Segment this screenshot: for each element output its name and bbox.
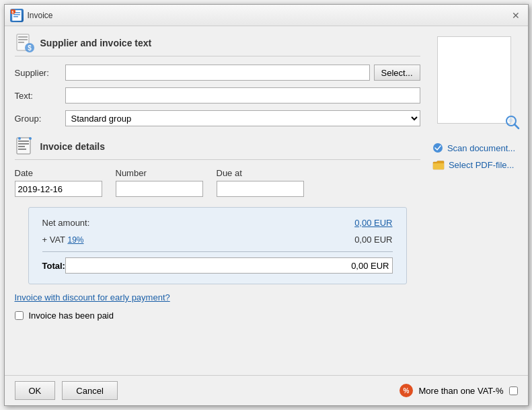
svg-text:$: $ [11, 9, 13, 13]
group-row: Group: Standard group [15, 110, 420, 126]
vat-percent-link[interactable]: 19% [67, 235, 83, 245]
footer: OK Cancel % More than one VAT-% [5, 375, 528, 405]
section1-title: Supplier and invoice text [40, 38, 152, 48]
date-col: Date [15, 168, 102, 197]
svg-text:%: % [403, 387, 409, 395]
total-input[interactable] [65, 257, 393, 274]
svg-rect-3 [13, 16, 18, 17]
svg-point-18 [29, 137, 32, 140]
right-panel: Scan document... Select PDF-file... [430, 33, 518, 368]
magnify-icon[interactable] [505, 115, 520, 130]
svg-point-22 [433, 143, 443, 153]
number-col: Number [116, 168, 203, 197]
svg-rect-9 [18, 42, 24, 43]
net-amount-row: Net amount: 0,00 EUR [42, 218, 393, 228]
vat-more-label: More than one VAT-% [419, 386, 504, 396]
paid-checkbox-row: Invoice has been paid [15, 311, 420, 321]
select-button[interactable]: Select... [374, 65, 420, 81]
group-label: Group: [15, 114, 65, 124]
svg-line-20 [515, 124, 519, 128]
text-row: Text: [15, 87, 420, 104]
number-input[interactable] [116, 181, 203, 197]
document-preview [437, 36, 511, 124]
scan-document-label: Scan document... [447, 143, 515, 153]
due-input[interactable] [217, 181, 304, 197]
scan-document-link[interactable]: Scan document... [432, 142, 515, 153]
section2-header: Invoice details [15, 136, 420, 160]
section2-title: Invoice details [40, 141, 105, 152]
paid-checkbox[interactable] [15, 311, 24, 320]
vat-more-checkbox[interactable] [509, 386, 518, 395]
vat-more-section: % More than one VAT-% [399, 383, 518, 398]
paid-checkbox-label: Invoice has been paid [29, 311, 114, 321]
text-field [65, 87, 420, 104]
svg-rect-2 [13, 14, 20, 15]
supplier-field-group: Select... [65, 65, 420, 81]
title-bar-left: $ Invoice [10, 9, 53, 22]
group-select[interactable]: Standard group [65, 110, 420, 126]
svg-point-17 [18, 137, 21, 140]
main-panel: $ Supplier and invoice text Supplier: Se… [15, 33, 420, 368]
svg-rect-7 [18, 36, 28, 38]
svg-point-21 [508, 118, 512, 122]
content-area: $ Supplier and invoice text Supplier: Se… [5, 26, 528, 375]
supplier-section-icon: $ [15, 33, 35, 53]
close-button[interactable]: ✕ [509, 9, 523, 22]
supplier-row: Supplier: Select... [15, 65, 420, 81]
total-label: Total: [42, 261, 65, 271]
group-field: Standard group [65, 110, 420, 126]
due-col: Due at [217, 168, 304, 197]
select-pdf-label: Select PDF-file... [449, 160, 515, 170]
svg-rect-8 [18, 39, 28, 40]
svg-rect-14 [18, 143, 29, 145]
svg-rect-15 [18, 146, 25, 147]
app-icon: $ [10, 9, 24, 22]
date-row: Date Number Due at [15, 168, 420, 197]
total-row: Total: [42, 257, 393, 274]
amount-box: Net amount: 0,00 EUR + VAT 19% 0,00 EUR … [28, 207, 407, 284]
invoice-details-icon [15, 136, 35, 157]
text-label: Text: [15, 91, 65, 101]
net-amount-value[interactable]: 0,00 EUR [354, 218, 392, 228]
svg-text:$: $ [28, 44, 32, 52]
net-amount-label: Net amount: [42, 218, 90, 228]
date-input[interactable] [15, 181, 102, 197]
number-label: Number [116, 168, 203, 178]
vat-row: + VAT 19% 0,00 EUR [42, 235, 393, 245]
text-input[interactable] [65, 87, 420, 104]
select-pdf-link[interactable]: Select PDF-file... [432, 160, 515, 170]
section1-header: $ Supplier and invoice text [15, 33, 420, 56]
vat-label: + VAT 19% [42, 235, 84, 245]
supplier-label: Supplier: [15, 68, 65, 78]
dialog-window: $ Invoice ✕ $ Supplier and invoice text [4, 4, 529, 406]
svg-rect-16 [18, 149, 26, 150]
ok-button[interactable]: OK [15, 381, 56, 400]
svg-rect-13 [18, 140, 29, 142]
pdf-folder-icon [432, 161, 445, 170]
vat-value: 0,00 EUR [354, 235, 392, 245]
section2: Invoice details Date Number Due at [15, 136, 420, 321]
date-label: Date [15, 168, 102, 178]
scan-icon [432, 142, 443, 153]
amount-divider [42, 251, 393, 252]
supplier-input[interactable] [65, 65, 370, 81]
app-title: Invoice [28, 11, 53, 20]
cancel-button[interactable]: Cancel [62, 381, 117, 400]
title-bar: $ Invoice ✕ [5, 5, 528, 26]
vat-icon: % [399, 383, 414, 398]
discount-link[interactable]: Invoice with discount for early payment? [15, 292, 170, 302]
due-label: Due at [217, 168, 304, 178]
